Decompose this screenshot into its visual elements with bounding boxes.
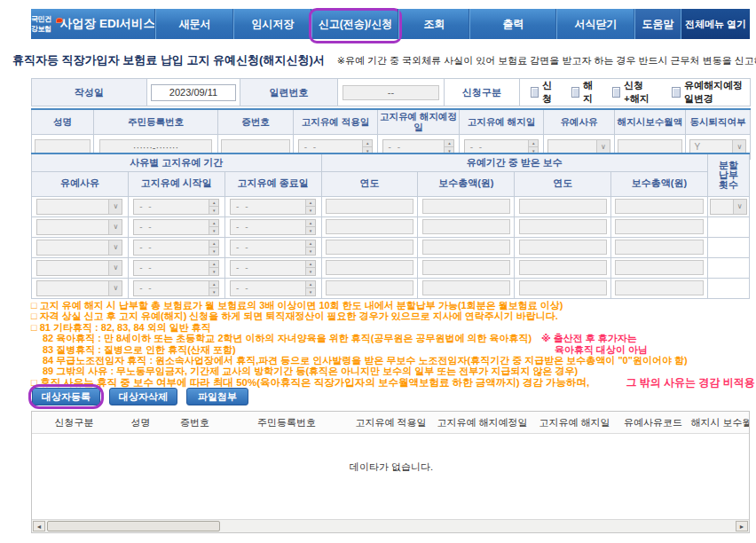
serial-number-input[interactable] (343, 85, 439, 100)
menu-temp-save[interactable]: 임시저장 (233, 9, 311, 39)
date-spinner-icon[interactable]: ▴▾ (209, 200, 218, 214)
row4-reason-select[interactable]: ∨ (36, 260, 122, 276)
menu-inquiry[interactable]: 조회 (398, 9, 469, 39)
row5-income1-input[interactable] (422, 280, 510, 295)
page-title: 휴직자등 직장가입자 보험료 납입 고지 유예신청(해지신청)서 (12, 52, 325, 68)
row5-reason-select[interactable]: ∨ (36, 280, 122, 296)
menu-new-document[interactable]: 새문서 (155, 9, 233, 39)
end-date-header: 고지유예 해지일 (460, 109, 544, 135)
menu-print[interactable]: 출력 (469, 9, 556, 39)
scroll-right-arrow-icon[interactable]: ► (736, 521, 748, 531)
scrollbar-thumb[interactable] (47, 521, 220, 531)
row3-start-date-input[interactable]: - -▴▾ (133, 240, 219, 256)
horizontal-scrollbar[interactable]: ◄ ► (32, 519, 749, 532)
row2-start-date-input[interactable]: - -▴▾ (133, 219, 219, 235)
date-spinner-icon[interactable]: ▴▾ (305, 281, 315, 295)
menu-report-submit[interactable]: 신고(전송)/신청 (311, 9, 398, 39)
date-spinner-icon[interactable]: ▴▾ (305, 261, 315, 275)
footnote-line-text: 82 육아휴직 : 만 8세이하 또는 초등학교 2학년 이하의 자녀양육을 위… (43, 333, 532, 343)
row1-reason-select[interactable]: ∨ (36, 199, 122, 215)
attach-file-button[interactable]: 파일첨부 (186, 388, 248, 405)
row1-income1-input[interactable] (422, 199, 510, 214)
row3-reason-select[interactable]: ∨ (36, 240, 122, 256)
checkbox-apply[interactable] (531, 87, 539, 98)
date-spinner-icon[interactable]: ▴▾ (305, 240, 315, 255)
row1-installment-select[interactable]: ∨ (710, 199, 746, 215)
row5-year2-input[interactable] (519, 280, 607, 295)
chevron-down-icon: ∨ (108, 240, 122, 255)
row1-year2-input[interactable] (519, 199, 607, 214)
service-title: 사업장 EDI서비스 (60, 16, 155, 32)
register-target-button[interactable]: 대상자등록 (32, 388, 100, 405)
row5-year1-input[interactable] (326, 280, 413, 295)
apply-date-header: 고지유예 적용일 (294, 109, 378, 135)
row2-end-date-input[interactable]: - -▴▾ (230, 219, 316, 235)
footnote-line: □ 고지 유예 해지 시 납부할 총 보험료가 월 보험료의 3배 이상이면 1… (31, 300, 752, 311)
chevron-down-icon: ∨ (108, 220, 122, 234)
row1-year1-input[interactable] (326, 199, 413, 214)
row2-income1-input[interactable] (422, 219, 510, 234)
date-spinner-icon[interactable]: ▴▾ (305, 200, 315, 214)
row5-start-date-input[interactable]: - -▴▾ (133, 280, 219, 296)
row4-income1-input[interactable] (422, 260, 510, 275)
col-reason-code: 유예사유코드 (618, 412, 689, 433)
date-spinner-icon[interactable]: ▴▾ (209, 281, 218, 295)
row2-year1-input[interactable] (326, 219, 413, 234)
row4-income2-input[interactable] (615, 260, 703, 275)
row4-end-date-input[interactable]: - -▴▾ (230, 260, 316, 276)
checkbox-apply-terminate[interactable] (612, 87, 620, 98)
menu-close-form[interactable]: 서식닫기 (556, 9, 634, 39)
row3-income2-input[interactable] (615, 240, 703, 255)
footnote-line: □ 자격 상실 신고 후 고지 유예(해지) 신청을 하게 되면 퇴직재정산이 … (31, 311, 752, 321)
footnote-line: 89 그밖의 사유 : 무노동무임금자, 기간제 교사의 방학기간 등(휴직은 … (31, 366, 752, 376)
write-date-input[interactable] (151, 84, 236, 101)
apply-type-option-change-date: 유예해지예정일변경 (672, 79, 750, 106)
footnote-line: 84 무급노조전임자 휴직 : 원소속사업장에서 휴직,파견 등으로 인사발령을… (31, 355, 752, 366)
col-end-date: 고지유예 해지일 (532, 412, 618, 433)
nhis-logo[interactable]: 국민건강보험 사업장 EDI서비스 (31, 9, 155, 39)
date-spinner-icon[interactable]: ▴▾ (305, 220, 315, 234)
cert-number-header: 증번호 (218, 109, 294, 135)
date-spinner-icon[interactable]: ▴▾ (209, 261, 218, 275)
chevron-down-icon: ∨ (733, 200, 746, 214)
empty-data-message: 데이타가 없습니다. (32, 460, 750, 474)
co-retire-header: 동시퇴직여부 (686, 109, 751, 135)
row4-year1-input[interactable] (326, 260, 413, 275)
checkbox-terminate[interactable] (571, 87, 579, 98)
footnote-line: □ 81 기타휴직 : 82, 83, 84 외의 일반 휴직 (31, 322, 752, 333)
footnote-line-text: □ 휴직 사유는 휴직 중 보수 여부에 따라 최대 50%(육아휴직은 직장가… (31, 377, 589, 388)
footnote-line: □ 휴직 사유는 휴직 중 보수 여부에 따라 최대 50%(육아휴직은 직장가… (31, 377, 752, 388)
menu-open-all-menu[interactable]: 전체메뉴 열기 (681, 9, 750, 39)
col-ssn: 주민등록번호 (224, 412, 349, 433)
income-group-header: 유예기간 중 받은 보수 (321, 153, 707, 171)
menu-report-submit-label: 신고(전송)/신청 (319, 17, 392, 32)
nhis-logo-text: 국민건강보험 (31, 14, 51, 34)
row1-income2-input[interactable] (615, 199, 703, 214)
col-apply-date: 고지유예 적용일 (349, 412, 433, 433)
page-title-row: 휴직자등 직장가입자 보험료 납입 고지 유예신청(해지신청)서 ※유예 기간 … (7, 52, 752, 68)
row1-end-date-input[interactable]: - -▴▾ (230, 199, 316, 215)
date-spinner-icon[interactable]: ▴▾ (209, 220, 218, 234)
row4-year2-input[interactable] (519, 260, 607, 275)
salary-header: 해지시보수월액 (615, 109, 686, 135)
col-name: 성명 (116, 412, 165, 433)
date-spinner-icon[interactable]: ▴▾ (209, 240, 218, 255)
row3-year2-input[interactable] (519, 240, 607, 255)
row4-start-date-input[interactable]: - -▴▾ (133, 260, 219, 276)
row1-start-date-input[interactable]: - -▴▾ (133, 199, 219, 215)
row3-end-date-input[interactable]: - -▴▾ (230, 240, 316, 256)
row5-income2-input[interactable] (615, 280, 703, 295)
row5-end-date-input[interactable]: - -▴▾ (230, 280, 316, 296)
row3-income1-input[interactable] (422, 240, 510, 255)
col-apply-type: 신청구분 (32, 412, 116, 433)
delete-target-button[interactable]: 대상자삭제 (109, 388, 177, 405)
row2-reason-select[interactable]: ∨ (36, 219, 122, 235)
apply-type-option-apply-terminate: 신청+해지 (612, 79, 658, 106)
row2-income2-input[interactable] (615, 219, 703, 234)
menu-help[interactable]: 도움말 (634, 9, 681, 39)
checkbox-change-expected-date[interactable] (672, 87, 680, 98)
row3-year1-input[interactable] (326, 240, 413, 255)
sub-year1-header: 연도 (321, 171, 418, 196)
scroll-left-arrow-icon[interactable]: ◄ (33, 521, 45, 531)
row2-year2-input[interactable] (519, 219, 607, 234)
